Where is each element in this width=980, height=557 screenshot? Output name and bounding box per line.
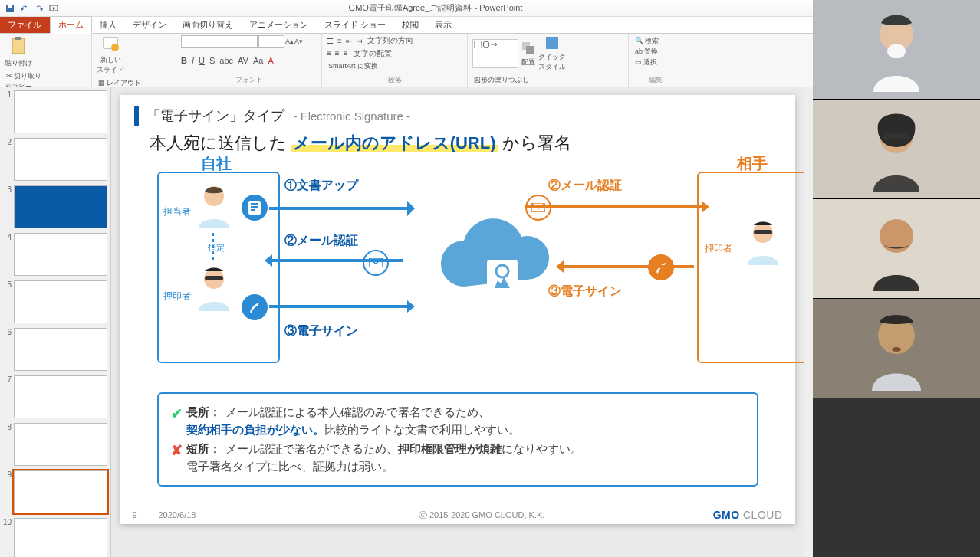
page-number: 9 [133, 510, 151, 519]
thumb-9[interactable]: 9 [3, 470, 107, 513]
shrink-font-icon[interactable]: A▾ [294, 38, 303, 45]
undo-icon[interactable] [18, 2, 31, 15]
save-icon[interactable] [3, 2, 17, 15]
video-tile-2[interactable] [813, 100, 980, 199]
align-left-icon[interactable]: ≡ [327, 49, 331, 57]
slide-editor[interactable]: 「電子サイン」タイプ - Electronic Signature - 本人宛に… [111, 87, 804, 557]
font-color-button[interactable]: A [268, 56, 273, 65]
headline: 本人宛に送信した メール内のアドレス(URL) から署名 [150, 132, 781, 155]
video-call-panel [813, 0, 980, 398]
brand-logo: GMO CLOUD [713, 509, 783, 521]
svg-point-8 [483, 41, 489, 48]
other-label: 相手 [737, 153, 768, 174]
ribbon-group-editing: 🔍 検索 ab 置換 ▭ 選択 編集 [629, 34, 682, 87]
tab-file[interactable]: ファイル [0, 17, 50, 33]
thumb-4[interactable]: 4 [3, 233, 107, 276]
cut-button[interactable]: ✂ 切り取り [5, 70, 87, 81]
arrow-sign-self [269, 300, 430, 319]
text-direction-button[interactable]: 文字列の方向 [366, 35, 415, 46]
select-button[interactable]: ▭ 選択 [633, 57, 677, 67]
indent-inc-icon[interactable]: ⇥ [356, 37, 362, 45]
thumb-2[interactable]: 2 [3, 138, 107, 181]
shapes-gallery[interactable] [472, 39, 518, 68]
svg-point-6 [111, 44, 119, 51]
indent-dec-icon[interactable]: ⇤ [346, 37, 352, 45]
vertical-scrollbar[interactable] [804, 87, 813, 557]
align-right-icon[interactable]: ≡ [344, 49, 348, 57]
svg-rect-28 [883, 133, 910, 139]
find-button[interactable]: 🔍 検索 [633, 35, 677, 46]
video-tile-3[interactable] [813, 199, 980, 299]
svg-rect-3 [12, 38, 25, 54]
slide-thumbnails-panel[interactable]: 1 2 3 4 5 6 7 8 9 10 [0, 87, 111, 557]
thumb-8[interactable]: 8 [3, 423, 107, 466]
bullets-icon[interactable]: ☰ [327, 37, 334, 45]
numbering-icon[interactable]: ≡ [337, 37, 342, 45]
pros-cons-box: ✔長所：メール認証による本人確認のみで署名できるため、契約相手の負担が少ない。比… [157, 392, 758, 487]
grow-font-icon[interactable]: A▴ [285, 38, 294, 45]
svg-rect-10 [526, 46, 534, 54]
smartart-button[interactable]: SmartArt に変換 [327, 61, 380, 71]
italic-button[interactable]: I [192, 56, 194, 65]
underline-button[interactable]: U [199, 56, 205, 65]
paste-button[interactable]: 貼り付け [5, 35, 32, 68]
align-center-icon[interactable]: ≡ [335, 49, 340, 57]
doc-icon [242, 195, 268, 221]
ribbon: 貼り付け ✂ 切り取り ⎘ コピー 🖌 書式のコピー/貼り付け クリップボード … [0, 34, 813, 87]
align-text-button[interactable]: 文字の配置 [352, 48, 393, 59]
slide-canvas: 「電子サイン」タイプ - Electronic Signature - 本人宛に… [120, 95, 795, 524]
replace-button[interactable]: ab 置換 [633, 46, 677, 57]
redo-icon[interactable] [32, 2, 46, 15]
step2b-label: ②メール認証 [548, 178, 622, 194]
font-size-combo[interactable] [258, 35, 284, 48]
group-label: フォント [181, 74, 317, 85]
thumb-3[interactable]: 3 [3, 185, 107, 228]
thumb-10[interactable]: 10 [3, 518, 107, 557]
new-slide-button[interactable]: 新しい スライド [97, 35, 124, 75]
tab-insert[interactable]: 挿入 [92, 17, 125, 33]
spacing-button[interactable]: AV [238, 56, 248, 65]
strike-button[interactable]: S [209, 56, 215, 65]
ribbon-group-font: A▴ A▾ B I U S abc AV Aa A フォント [176, 34, 322, 87]
slideshow-start-icon[interactable] [47, 2, 61, 15]
tab-review[interactable]: 校閲 [394, 17, 427, 33]
svg-rect-14 [205, 276, 223, 280]
ouin-label-other: 押印者 [705, 242, 732, 255]
video-tile-1[interactable] [813, 0, 980, 100]
ribbon-group-slides: 新しい スライド ▦ レイアウト ↺ リセット ▭ セクション スライド [92, 34, 176, 87]
tab-slideshow[interactable]: スライド ショー [317, 17, 394, 33]
shitei-label: 指定 [208, 242, 225, 254]
thumb-6[interactable]: 6 [3, 328, 107, 371]
thumb-5[interactable]: 5 [3, 280, 107, 323]
arrow-upload [269, 201, 430, 224]
tab-home[interactable]: ホーム [50, 16, 92, 34]
svg-rect-1 [8, 5, 12, 8]
person-tantou [191, 182, 237, 228]
ribbon-group-clipboard: 貼り付け ✂ 切り取り ⎘ コピー 🖌 書式のコピー/貼り付け クリップボード [0, 34, 92, 87]
layout-button[interactable]: ▦ レイアウト [97, 77, 143, 88]
slide-date: 2020/6/18 [159, 510, 251, 519]
tab-transitions[interactable]: 画面切り替え [175, 17, 242, 33]
case-button[interactable]: Aa [253, 56, 263, 65]
bold-button[interactable]: B [181, 56, 187, 65]
tab-view[interactable]: 表示 [427, 17, 460, 33]
shadow-button[interactable]: abc [219, 56, 233, 65]
person-ouin-other [740, 219, 786, 265]
tab-design[interactable]: デザイン [125, 17, 175, 33]
self-label: 自社 [201, 153, 232, 174]
thumb-7[interactable]: 7 [3, 375, 107, 418]
svg-point-31 [892, 347, 901, 352]
arrange-button[interactable]: 配置 [521, 41, 536, 67]
quick-access-toolbar: GMO電子印鑑Agree_ご説明資料 - PowerPoint [0, 0, 813, 17]
sign-icon-self [242, 294, 268, 320]
font-family-combo[interactable] [181, 35, 258, 48]
svg-rect-11 [546, 37, 558, 49]
shape-fill-button[interactable]: 図形の塗りつぶし [472, 74, 531, 85]
svg-rect-7 [474, 41, 482, 48]
thumb-1[interactable]: 1 [3, 90, 107, 133]
powerpoint-window: GMO電子印鑑Agree_ご説明資料 - PowerPoint ファイル ホーム… [0, 0, 813, 557]
video-tile-4[interactable] [813, 299, 980, 398]
quick-styles-button[interactable]: クイック スタイル [538, 35, 566, 72]
tab-animations[interactable]: アニメーション [242, 17, 317, 33]
workspace: 1 2 3 4 5 6 7 8 9 10 「電子サイン」タイプ - Electr… [0, 87, 813, 557]
